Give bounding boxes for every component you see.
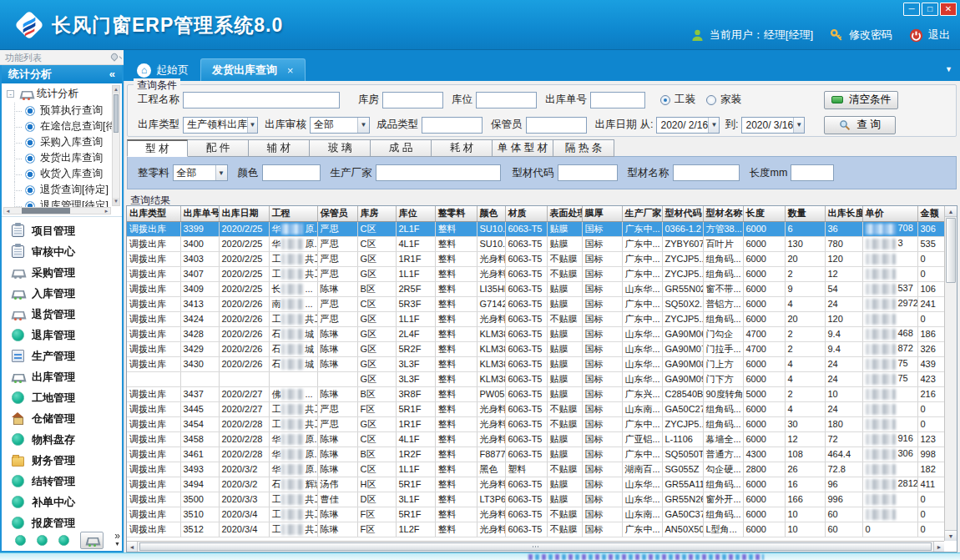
tree-root-statistics[interactable]: - 统计分析 xyxy=(3,85,113,103)
tree-item[interactable]: 采购入库查询 xyxy=(3,134,113,150)
sidebar-menu-item[interactable]: 仓储管理 xyxy=(2,408,122,429)
radio-work-install[interactable] xyxy=(660,95,670,105)
sidebar-menu-item[interactable]: 出库管理 xyxy=(2,366,122,387)
sidebar-menu-item[interactable]: 补单中心 xyxy=(2,492,122,512)
table-row[interactable]: G区3L3F整料KLM38176063-T5贴膜国标山东华...GA90M09.… xyxy=(127,371,944,386)
column-header[interactable]: 表面处理 xyxy=(547,206,582,221)
profile-name-input[interactable] xyxy=(673,164,740,181)
section-header[interactable]: 统计分析 « xyxy=(2,65,122,83)
material-tab[interactable]: 隔 热 条 xyxy=(553,139,614,157)
material-tab[interactable]: 配 件 xyxy=(188,139,249,157)
scroll-left-icon[interactable]: ◄ xyxy=(127,542,138,552)
material-tab[interactable]: 单 体 型 材 xyxy=(493,139,553,157)
date-from-select[interactable]: 2020/ 2/16▼ xyxy=(656,117,720,134)
radio-home-install[interactable] xyxy=(706,95,716,105)
close-button[interactable]: ✕ xyxy=(940,3,957,16)
date-to-select[interactable]: 2020/ 3/16▼ xyxy=(741,117,805,134)
column-header[interactable]: 膜厚 xyxy=(582,206,622,221)
whole-part-select[interactable]: 全部▼ xyxy=(173,164,228,181)
outbound-audit-select[interactable]: 全部▼ xyxy=(310,117,370,134)
grid-vscroll-thumb[interactable] xyxy=(946,218,956,283)
scroll-up-icon[interactable]: ▲ xyxy=(113,86,119,93)
tab-shipment-outbound-query[interactable]: 发货出库查询 × xyxy=(200,58,306,81)
column-header[interactable]: 出库日期 xyxy=(219,206,269,221)
tree-vertical-scrollbar[interactable]: ▲ ▼ xyxy=(112,85,120,206)
column-header[interactable]: 长度 xyxy=(743,206,785,221)
sidebar-menu-item[interactable]: 工地管理 xyxy=(2,387,122,408)
scroll-right-icon[interactable]: ► xyxy=(933,542,944,552)
column-header[interactable]: 出库类型 xyxy=(127,206,180,221)
sidebar-menu-item[interactable]: 生产管理 xyxy=(2,346,122,366)
column-header[interactable]: 颜色 xyxy=(477,206,505,221)
warehouse-input[interactable] xyxy=(382,92,443,108)
column-header[interactable]: 出库单号 xyxy=(180,206,219,221)
table-row[interactable]: 调拨出库34132020/2/26南...严思C区5R3F整料G71422606… xyxy=(127,296,944,311)
sidebar-menu-item[interactable]: 财务管理 xyxy=(2,450,122,471)
tree-item[interactable]: 退货查询[待定] xyxy=(3,182,113,198)
tree-item[interactable]: 预算执行查询 xyxy=(3,103,113,119)
location-input[interactable] xyxy=(476,92,537,108)
cart-module-button[interactable] xyxy=(80,532,104,549)
pin-icon[interactable] xyxy=(109,52,119,61)
column-header[interactable]: 出库长度 xyxy=(825,206,862,221)
column-header[interactable]: 库房 xyxy=(357,206,396,221)
color-input[interactable] xyxy=(262,164,321,181)
scroll-up-icon[interactable]: ▲ xyxy=(945,206,957,217)
table-row[interactable]: 调拨出库34372020/2/27佛...陈琳B区3R8F整料PW056063-… xyxy=(127,386,944,401)
column-header[interactable]: 型材名称 xyxy=(703,206,743,221)
table-row[interactable]: 调拨出库34452020/2/27工共工程严思F区5R1F整料光身料6063-T… xyxy=(127,401,944,416)
table-row[interactable]: 调拨出库34612020/2/28华原...陈琳B区1R2F整料F8877FT6… xyxy=(127,446,944,462)
column-header[interactable]: 整零料 xyxy=(435,206,477,221)
column-header[interactable]: 材质 xyxy=(505,206,547,221)
tab-close-icon[interactable]: × xyxy=(287,64,294,77)
table-row[interactable]: 调拨出库34242020/2/26工共工程严思G区1L1F整料光身料6063-T… xyxy=(127,311,944,326)
table-row[interactable]: 调拨出库34942020/3/2石辉城汤伟H区5R1F整料光身料6063-T5贴… xyxy=(127,477,944,492)
profile-code-input[interactable] xyxy=(558,164,618,181)
scroll-right-icon[interactable]: ► xyxy=(103,209,110,214)
tree-horizontal-scrollbar[interactable]: ◄ ► xyxy=(3,207,111,214)
table-row[interactable]: 调拨出库35102020/3/4工共工程陈琳F区5R1F整料光身料6063-T5… xyxy=(127,507,944,522)
search-button[interactable]: 查 询 xyxy=(824,116,896,134)
overflow-chevron-button[interactable]: »▼ xyxy=(114,532,120,547)
table-row[interactable]: 调拨出库34092020/2/25长...陈琳B区2R5F整料LI35HD606… xyxy=(127,281,944,296)
logout-button[interactable]: 退出 xyxy=(909,28,950,43)
column-header[interactable]: 生产厂家 xyxy=(622,206,662,221)
material-tab[interactable]: 玻 璃 xyxy=(310,139,371,157)
table-row[interactable]: 调拨出库34002020/2/25华原...严思C区4L1F整料SU10...6… xyxy=(127,236,944,251)
grid-vertical-scrollbar[interactable]: ▲ ▼ xyxy=(944,206,957,541)
table-row[interactable]: 调拨出库35122020/3/4工共工程陈琳F区1L2F整料光身料6063-T5… xyxy=(127,522,944,537)
table-row[interactable]: 调拨出库34282020/2/26石城陈琳G区2L4F整料KLM38176063… xyxy=(127,326,944,341)
sidebar-menu-item[interactable]: 入库管理 xyxy=(2,283,122,304)
table-row[interactable]: 调拨出库35002020/3/3工共工程曹佳D区3L1F整料LT3P606063… xyxy=(127,492,944,507)
tree-item[interactable]: 发货出库查询 xyxy=(3,150,113,166)
sidebar-menu-item[interactable]: 退库管理 xyxy=(2,325,122,346)
sidebar-menu-item[interactable]: 报废管理 xyxy=(2,512,122,529)
table-row[interactable]: 调拨出库34032020/2/25工共工程严思G区1R1F整料光身料6063-T… xyxy=(127,251,944,266)
product-type-input[interactable] xyxy=(422,117,483,134)
column-header[interactable]: 金额 xyxy=(917,206,944,221)
column-header[interactable]: 工程 xyxy=(269,206,317,221)
length-input[interactable] xyxy=(791,164,834,181)
sidebar-menu-item[interactable]: 项目管理 xyxy=(2,220,122,241)
table-row[interactable]: 调拨出库34542020/2/28工共工程严思G区1R1F整料光身料6063-T… xyxy=(127,416,944,431)
scroll-down-icon[interactable]: ▼ xyxy=(945,530,957,541)
tree-item[interactable]: 在途信息查询[待 xyxy=(3,119,113,134)
scroll-down-icon[interactable]: ▼ xyxy=(113,198,119,205)
table-row[interactable]: 调拨出库34932020/3/2华原...陈琳C区1L1F整料黑色塑料不贴膜国标… xyxy=(127,462,944,477)
module-dot-icon[interactable] xyxy=(15,535,26,546)
tree-expander-icon[interactable]: - xyxy=(7,90,14,98)
material-tab[interactable]: 耗 材 xyxy=(432,139,493,157)
column-header[interactable]: 库位 xyxy=(396,206,435,221)
column-header[interactable]: 单价 xyxy=(862,206,917,221)
outbound-no-input[interactable] xyxy=(590,92,645,108)
table-row[interactable]: 调拨出库34582020/2/28华原...陈琳C区4L1F整料光身料6063-… xyxy=(127,431,944,446)
module-dot-icon[interactable] xyxy=(58,535,69,546)
manufacturer-input[interactable] xyxy=(376,164,501,181)
table-row[interactable]: 调拨出库34292020/2/26石城陈琳G区5R2F整料KLM38176063… xyxy=(127,341,944,356)
maximize-button[interactable]: □ xyxy=(922,3,938,16)
grid-horizontal-scrollbar[interactable]: ◄ ► xyxy=(127,541,944,552)
minimize-button[interactable]: ─ xyxy=(903,3,920,16)
tab-list-caret-icon[interactable]: ▼ xyxy=(945,65,952,73)
grid-hscroll-thumb[interactable] xyxy=(139,542,932,551)
keeper-input[interactable] xyxy=(526,117,587,134)
